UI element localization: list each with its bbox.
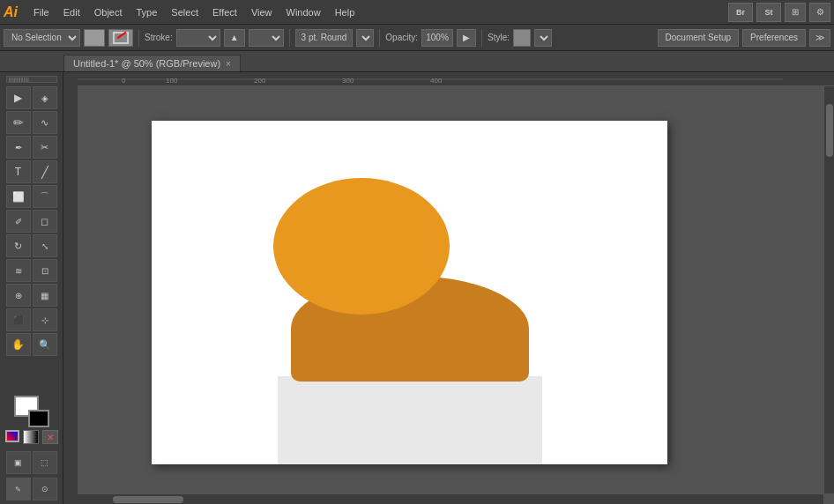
tool-row-9: ⊕ ▦: [6, 284, 57, 307]
menu-type[interactable]: Type: [130, 5, 165, 19]
opacity-input[interactable]: [421, 29, 453, 47]
artboard: [152, 121, 667, 464]
symbol-tool[interactable]: ⊕: [6, 284, 31, 307]
scissors-tool[interactable]: ✂: [33, 136, 57, 159]
main-area: ||||||||||||||| ▶ ◈ ✏ ∿ ✒ ✂ T ╱ ⬜ ⌒ ✐ ◻ …: [0, 72, 834, 504]
rectangle-tool[interactable]: ⬜: [6, 185, 31, 208]
scroll-thumb-vertical[interactable]: [826, 104, 833, 157]
svg-text:200: 200: [254, 77, 266, 85]
artboard-tool[interactable]: ⬛: [6, 308, 31, 331]
tool-row-10: ⬛ ⊹: [6, 308, 57, 331]
free-transform-tool[interactable]: ⊡: [33, 259, 57, 282]
selection-tool[interactable]: ▶: [6, 86, 31, 109]
stroke-unit[interactable]: [249, 29, 284, 47]
app-logo: Ai: [4, 4, 18, 20]
separator-2: [289, 29, 290, 47]
color-mode-icon[interactable]: [5, 430, 19, 442]
direct-select-tool[interactable]: ◈: [33, 86, 57, 109]
fullscreen-view[interactable]: ⬚: [33, 451, 57, 474]
document-tab[interactable]: Untitled-1* @ 50% (RGB/Preview) ×: [63, 55, 241, 71]
zoom-tool[interactable]: 🔍: [33, 333, 57, 356]
menu-view[interactable]: View: [244, 5, 279, 19]
bread-top: [273, 178, 450, 315]
preferences-button[interactable]: Preferences: [742, 29, 806, 47]
settings-icon[interactable]: ⚙: [809, 3, 830, 22]
curvature-tool[interactable]: ∿: [33, 111, 57, 134]
tool-row-6: ✐ ◻: [6, 210, 57, 233]
scale-tool[interactable]: ⤡: [33, 234, 57, 257]
stroke-up[interactable]: ▲: [224, 29, 245, 47]
toolbar: No Selection Stroke: ▲ 3 pt. Round Opaci…: [0, 25, 834, 51]
menu-file[interactable]: File: [26, 5, 56, 19]
canvas-area[interactable]: 0 100 200 300 400: [63, 72, 834, 504]
stroke-label: Stroke:: [145, 33, 173, 42]
menu-help[interactable]: Help: [328, 5, 362, 19]
warp-tool[interactable]: ≋: [6, 259, 31, 282]
background-color[interactable]: [28, 410, 49, 427]
tab-bar: Untitled-1* @ 50% (RGB/Preview) ×: [0, 51, 834, 72]
tool-row-3: ✒ ✂: [6, 136, 57, 159]
tool-row-1: ▶ ◈: [6, 86, 57, 109]
opacity-arrow[interactable]: ▶: [457, 29, 476, 47]
menu-select[interactable]: Select: [164, 5, 205, 19]
separator-3: [379, 29, 380, 47]
edit-mode-icon[interactable]: ✎: [6, 478, 31, 500]
paintbrush-tool[interactable]: ⌒: [33, 185, 57, 208]
opacity-label: Opacity:: [385, 33, 418, 42]
pt-round-button[interactable]: 3 pt. Round: [295, 29, 354, 47]
eraser-tool[interactable]: ◻: [33, 210, 57, 233]
stock-icon[interactable]: St: [756, 3, 781, 22]
stroke-icon: [113, 32, 129, 44]
svg-rect-7: [63, 72, 78, 504]
ruler-vertical: [63, 72, 78, 504]
normal-view[interactable]: ▣: [6, 451, 31, 474]
tab-close[interactable]: ×: [226, 59, 231, 69]
search-tool[interactable]: ⊙: [33, 478, 57, 500]
separator-4: [481, 29, 482, 47]
pencil-tool[interactable]: ✐: [6, 210, 31, 233]
gradient-mode-icon[interactable]: [23, 430, 39, 444]
stroke-swatch[interactable]: [108, 29, 133, 47]
edit-mode-row: ✎ ⊙: [6, 478, 57, 500]
color-squares: [14, 396, 49, 427]
hand-tool[interactable]: ✋: [6, 333, 31, 356]
arrange-button[interactable]: ≫: [809, 29, 830, 47]
ruler-horizontal: 0 100 200 300 400: [63, 72, 834, 86]
svg-text:100: 100: [166, 77, 178, 85]
anchor-tool[interactable]: ✒: [6, 136, 31, 159]
menu-icons-right: Br St ⊞ ⚙: [728, 3, 830, 22]
pt-round-dropdown[interactable]: [356, 29, 374, 47]
tool-row-7: ↻ ⤡: [6, 234, 57, 257]
tab-label: Untitled-1* @ 50% (RGB/Preview): [73, 58, 220, 69]
type-tool[interactable]: T: [6, 160, 31, 183]
menu-edit[interactable]: Edit: [56, 5, 87, 19]
none-mode-icon[interactable]: ✕: [42, 430, 58, 444]
fill-swatch[interactable]: [84, 29, 105, 47]
scroll-bar-horizontal[interactable]: [78, 493, 823, 504]
stroke-dropdown[interactable]: [176, 29, 220, 47]
menu-bar: Ai File Edit Object Type Select Effect V…: [0, 0, 834, 25]
line-tool[interactable]: ╱: [33, 160, 57, 183]
scroll-bar-vertical[interactable]: [823, 86, 834, 493]
ruler-indicator: |||||||||||||||: [6, 76, 57, 83]
bread-base: [278, 376, 542, 464]
color-mode-row: ✕: [5, 430, 58, 444]
style-swatch[interactable]: [513, 29, 531, 47]
slice-tool[interactable]: ⊹: [33, 308, 57, 331]
pen-tool[interactable]: ✏: [6, 111, 31, 134]
bridge-icon[interactable]: Br: [728, 3, 753, 22]
menu-object[interactable]: Object: [87, 5, 130, 19]
selection-dropdown[interactable]: No Selection: [4, 29, 80, 47]
toolbox: ||||||||||||||| ▶ ◈ ✏ ∿ ✒ ✂ T ╱ ⬜ ⌒ ✐ ◻ …: [0, 72, 63, 504]
rotate-tool[interactable]: ↻: [6, 234, 31, 257]
svg-text:0: 0: [122, 77, 126, 85]
column-graph-tool[interactable]: ▦: [33, 284, 57, 307]
tool-row-4: T ╱: [6, 160, 57, 183]
workspace-icon[interactable]: ⊞: [785, 3, 806, 22]
style-label: Style:: [488, 33, 510, 42]
menu-window[interactable]: Window: [279, 5, 328, 19]
document-setup-button[interactable]: Document Setup: [658, 29, 740, 47]
scroll-thumb-horizontal[interactable]: [113, 496, 183, 503]
menu-effect[interactable]: Effect: [205, 5, 244, 19]
style-dropdown[interactable]: [534, 29, 552, 47]
